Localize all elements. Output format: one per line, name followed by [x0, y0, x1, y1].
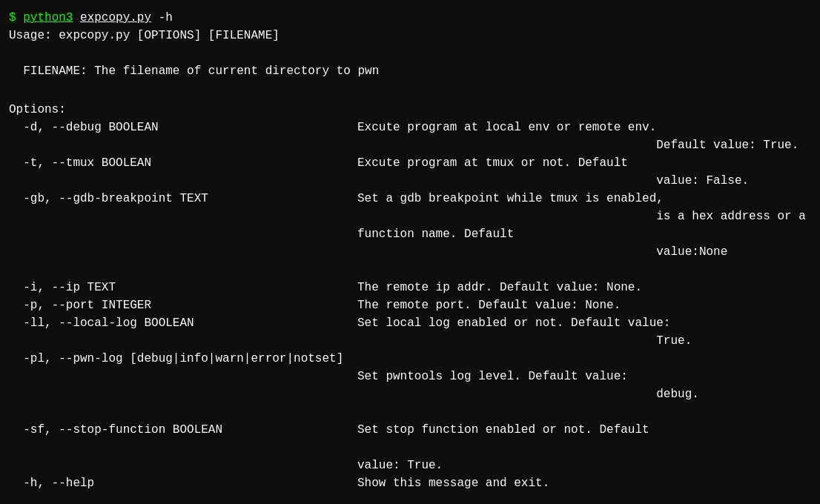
blank-line-4 [9, 403, 811, 421]
script-filename: expcopy.py [80, 9, 151, 27]
option-ip-desc: The remote ip addr. Default value: None. [357, 279, 811, 296]
filename-desc-text: FILENAME: The filename of current direct… [9, 62, 379, 80]
option-stop-function-name: -sf, --stop-function BOOLEAN [9, 421, 357, 439]
command-flag: -h [159, 9, 173, 27]
option-gdb: -gb, --gdb-breakpoint TEXT Set a gdb bre… [9, 190, 811, 261]
option-pwn-log-name: -pl, --pwn-log [debug|info|warn|error|no… [9, 350, 357, 368]
option-tmux-desc: Excute program at tmux or not. Default v… [357, 154, 811, 190]
option-port: -p, --port INTEGER The remote port. Defa… [9, 296, 811, 314]
option-tmux: -t, --tmux BOOLEAN Excute program at tmu… [9, 154, 811, 190]
blank-line-1 [9, 44, 811, 62]
blank-line-2 [9, 80, 811, 98]
option-pwn-log-desc [357, 350, 811, 368]
option-port-desc: The remote port. Default value: None. [357, 296, 811, 314]
terminal-window: $ python3 expcopy.py -h Usage: expcopy.p… [9, 6, 811, 504]
filename-description: FILENAME: The filename of current direct… [9, 62, 811, 80]
prompt-line: $ python3 expcopy.py -h [9, 9, 811, 27]
option-local-log-desc: Set local log enabled or not. Default va… [357, 314, 811, 350]
option-help-desc: Show this message and exit. [357, 474, 811, 492]
option-gdb-desc: Set a gdb breakpoint while tmux is enabl… [357, 190, 811, 261]
options-header: Options: [9, 101, 811, 119]
option-debug-name: -d, --debug BOOLEAN [9, 119, 357, 154]
option-local-log: -ll, --local-log BOOLEAN Set local log e… [9, 314, 811, 350]
option-stop-function: -sf, --stop-function BOOLEAN Set stop fu… [9, 421, 811, 439]
prompt-dollar: $ [9, 9, 16, 27]
option-ip-name: -i, --ip TEXT [9, 279, 357, 296]
usage-text: Usage: expcopy.py [OPTIONS] [FILENAME] [9, 27, 280, 44]
option-pwn-log: -pl, --pwn-log [debug|info|warn|error|no… [9, 350, 811, 368]
option-tmux-name: -t, --tmux BOOLEAN [9, 154, 357, 190]
option-help-name: -h, --help [9, 474, 357, 492]
usage-line: Usage: expcopy.py [OPTIONS] [FILENAME] [9, 27, 811, 44]
option-gdb-name: -gb, --gdb-breakpoint TEXT [9, 190, 357, 261]
option-local-log-name: -ll, --local-log BOOLEAN [9, 314, 357, 350]
blank-line-5 [9, 439, 811, 457]
option-stop-function-desc: Set stop function enabled or not. Defaul… [357, 421, 811, 439]
option-port-name: -p, --port INTEGER [9, 296, 357, 314]
python-command: python3 [23, 9, 73, 27]
option-stop-function-cont: value: True. [357, 457, 811, 474]
option-ip: -i, --ip TEXT The remote ip addr. Defaul… [9, 279, 811, 296]
blank-line-3 [9, 261, 811, 279]
option-debug: -d, --debug BOOLEAN Excute program at lo… [9, 119, 811, 154]
option-pwn-log-cont: Set pwntools log level. Default value: d… [357, 368, 811, 403]
option-debug-desc: Excute program at local env or remote en… [357, 119, 811, 154]
option-help: -h, --help Show this message and exit. [9, 474, 811, 492]
options-header-text: Options: [9, 101, 66, 119]
